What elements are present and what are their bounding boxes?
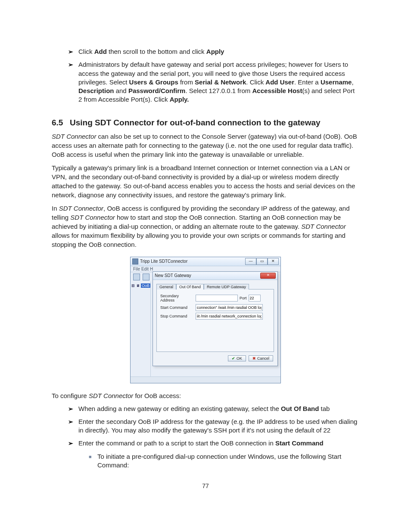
dialog-close-button[interactable]: ✕ <box>260 273 276 279</box>
bullet-text: Enter the secondary OoB IP address for t… <box>78 417 359 435</box>
bullet-text: Administrators by default have gateway a… <box>78 60 359 104</box>
bullet-text: Click Add then scroll to the bottom and … <box>78 47 359 56</box>
paragraph: To configure SDT Connector for OoB acces… <box>52 391 359 400</box>
close-button[interactable]: ✕ <box>268 258 279 265</box>
bullet-item: ➢ Administrators by default have gateway… <box>68 60 359 104</box>
dialog-new-sdt-gateway: New SDT Gateway ✕ General Out Of Band Re… <box>153 271 278 366</box>
arrow-icon: ➢ <box>68 417 78 426</box>
ok-button[interactable]: ✔OK <box>228 355 246 361</box>
cancel-button[interactable]: ✖Cancel <box>249 355 273 361</box>
arrow-icon: ➢ <box>68 439 78 448</box>
paragraph: SDT Connector can also be set up to conn… <box>52 132 359 159</box>
input-stop-command[interactable] <box>196 313 263 320</box>
tab-panel: Secondary Address Port Start Command Sto… <box>156 289 274 352</box>
bullet-text: Enter the command or path to a script to… <box>78 439 359 448</box>
sub-bullet-text: To initiate a pre-configured dial-up con… <box>97 452 359 470</box>
arrow-icon: ➢ <box>68 47 78 56</box>
tab-remote-udp[interactable]: Remote UDP Gateway <box>204 284 249 289</box>
check-icon: ✔ <box>232 356 235 361</box>
label-port: Port <box>240 296 247 300</box>
cancel-icon: ✖ <box>252 356 256 361</box>
section-heading: 6.5Using SDT Connector for out-of-band c… <box>52 118 359 128</box>
arrow-icon: ➢ <box>68 404 78 413</box>
label-stop-command: Stop Command <box>160 314 194 318</box>
status-bar <box>131 376 280 383</box>
window-title: Tripp Lite SDTConnector <box>140 259 187 264</box>
minimize-button[interactable]: — <box>245 258 256 265</box>
tree-item-oob[interactable]: OoB <box>141 283 150 288</box>
label-start-command: Start Command <box>160 305 194 310</box>
maximize-button[interactable]: ▭ <box>256 258 268 265</box>
bullet-item: ➢ Enter the command or path to a script … <box>68 439 359 448</box>
square-icon: ■ <box>89 452 97 461</box>
paragraph: Typically a gateway's primary link is a … <box>52 163 359 199</box>
page-number: 77 <box>52 482 359 489</box>
paragraph: In SDT Connector, OoB access is configur… <box>52 204 359 249</box>
arrow-icon: ➢ <box>68 60 78 69</box>
sub-bullet-item: ■ To initiate a pre-configured dial-up c… <box>89 452 359 470</box>
bullet-item: ➢ Click Add then scroll to the bottom an… <box>68 47 359 56</box>
bullet-text: When adding a new gateway or editing an … <box>78 404 359 413</box>
toolbar-icon[interactable] <box>133 274 140 280</box>
tree-panel[interactable]: ⊞ 🖥 OoB <box>131 282 151 376</box>
app-window: Tripp Lite SDTConnector — ▭ ✕ File Edit … <box>130 257 281 383</box>
toolbar-icon[interactable] <box>143 274 149 280</box>
input-secondary-address[interactable] <box>196 295 238 302</box>
tab-out-of-band[interactable]: Out Of Band <box>176 284 204 289</box>
dialog-title: New SDT Gateway <box>155 273 191 278</box>
bullet-item: ➢ Enter the secondary OoB IP address for… <box>68 417 359 435</box>
app-icon <box>132 258 138 264</box>
input-port[interactable] <box>249 295 261 302</box>
label-secondary-address: Secondary Address <box>160 294 194 302</box>
bullet-item: ➢ When adding a new gateway or editing a… <box>68 404 359 413</box>
window-titlebar: Tripp Lite SDTConnector — ▭ ✕ <box>131 257 280 266</box>
input-start-command[interactable] <box>196 304 263 311</box>
tab-general[interactable]: General <box>156 284 176 289</box>
